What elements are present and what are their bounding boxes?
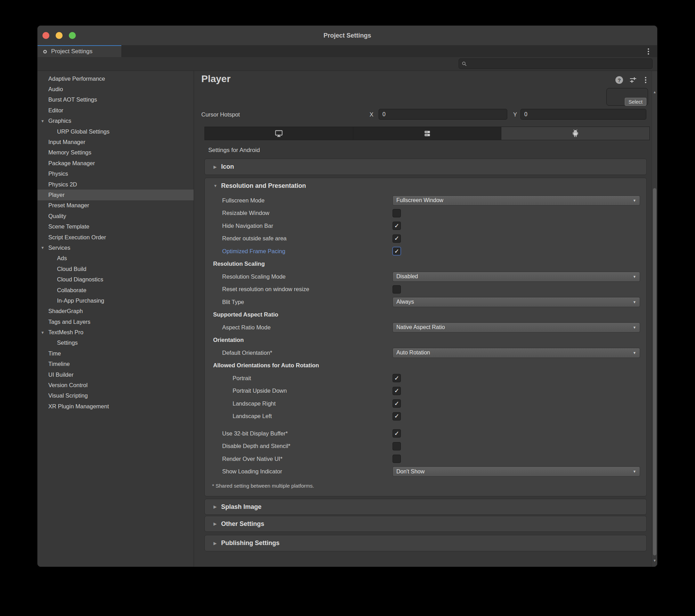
sidebar-item-label: Audio [48, 86, 63, 93]
title-bar[interactable]: Project Settings [38, 26, 657, 45]
search-input[interactable] [469, 61, 649, 67]
splash-section-header[interactable]: ▶ Splash Image [205, 499, 646, 514]
resizable-window-checkbox[interactable] [393, 209, 401, 217]
other-section-header[interactable]: ▶ Other Settings [205, 516, 646, 531]
sidebar-item-version-control[interactable]: Version Control [38, 380, 194, 390]
sidebar-item-label: Player [48, 192, 65, 198]
sidebar-item-settings[interactable]: Settings [38, 338, 194, 348]
sidebar-item-tags-and-layers[interactable]: Tags and Layers [38, 317, 194, 327]
sidebar-item-time[interactable]: Time [38, 348, 194, 359]
hide-navigation-bar-label: Hide Navigation Bar [222, 223, 273, 229]
sidebar-item-editor[interactable]: Editor [38, 105, 194, 115]
aspect-ratio-mode-dropdown[interactable]: Native Aspect Ratio▼ [393, 322, 640, 333]
sidebar-item-physics[interactable]: Physics [38, 169, 194, 179]
icon-section-header[interactable]: ▶ Icon [205, 159, 646, 175]
sidebar-item-player[interactable]: Player [38, 190, 194, 200]
optimized-frame-pacing-checkbox[interactable]: ✓ [393, 247, 401, 255]
show-loading-indicator-dropdown[interactable]: Don't Show▼ [393, 466, 640, 477]
default-orientation-row: Default Orientation*Auto Rotation▼ [205, 346, 646, 359]
sidebar-item-ui-builder[interactable]: UI Builder [38, 369, 194, 380]
search-field[interactable] [459, 58, 653, 69]
sidebar-item-physics-2d[interactable]: Physics 2D [38, 179, 194, 190]
sidebar-item-ads[interactable]: Ads [38, 253, 194, 264]
subsection-label: Allowed Orientations for Auto Rotation [213, 362, 319, 369]
default-orientation-dropdown[interactable]: Auto Rotation▼ [393, 348, 640, 358]
sidebar-item-preset-manager[interactable]: Preset Manager [38, 200, 194, 211]
sidebar-item-xr-plugin-management[interactable]: XR Plugin Management [38, 401, 194, 411]
render-over-native-ui-checkbox[interactable] [393, 455, 401, 463]
cursor-hotspot-y-input[interactable] [520, 109, 646, 120]
sidebar-item-cloud-build[interactable]: Cloud Build [38, 264, 194, 274]
sidebar-item-graphics[interactable]: ▼Graphics [38, 116, 194, 126]
sidebar-item-visual-scripting[interactable]: Visual Scripting [38, 391, 194, 401]
render-outside-safe-area-row: Render outside safe area✓ [205, 232, 646, 245]
reset-resolution-on-window-resize-checkbox[interactable] [393, 285, 401, 294]
sidebar-item-shadergraph[interactable]: ShaderGraph [38, 306, 194, 317]
cursor-hotspot-x-input[interactable] [379, 109, 507, 120]
resolution-scaling-mode-dropdown[interactable]: Disabled▼ [393, 272, 640, 282]
render-over-native-ui-row: Render Over Native UI* [205, 453, 646, 465]
subsection-label: Orientation [213, 337, 244, 343]
sidebar-item-adaptive-performance[interactable]: Adaptive Performance [38, 73, 194, 84]
use-32-bit-display-buffer-checkbox[interactable]: ✓ [393, 429, 401, 438]
android-icon [571, 129, 580, 138]
sidebar-item-burst-aot-settings[interactable]: Burst AOT Settings [38, 95, 194, 105]
sidebar-item-scene-template[interactable]: Scene Template [38, 221, 194, 232]
sidebar-item-script-execution-order[interactable]: Script Execution Order [38, 232, 194, 242]
portrait-upside-down-label: Portrait Upside Down [233, 387, 287, 394]
splash-image-section: ▶ Splash Image [204, 499, 647, 515]
landscape-right-label: Landscape Right [233, 400, 276, 407]
sidebar-item-in-app-purchasing[interactable]: In-App Purchasing [38, 295, 194, 306]
blit-type-dropdown[interactable]: Always▼ [393, 297, 640, 307]
publishing-section-header[interactable]: ▶ Publishing Settings [205, 535, 646, 551]
platform-tab-desktop[interactable] [205, 127, 353, 140]
scroll-down-icon[interactable]: ▼ [652, 559, 657, 562]
sidebar-item-collaborate[interactable]: Collaborate [38, 285, 194, 295]
hide-navigation-bar-checkbox[interactable]: ✓ [393, 222, 401, 230]
scroll-up-icon[interactable]: ▲ [652, 90, 657, 94]
vertical-scrollbar[interactable]: ▲ ▼ [652, 71, 657, 567]
sidebar-item-services[interactable]: ▼Services [38, 242, 194, 253]
scrollbar-thumb[interactable] [653, 188, 656, 555]
disable-depth-and-stencil-checkbox[interactable] [393, 442, 401, 450]
panel-menu-kebab-icon[interactable] [643, 76, 648, 84]
chevron-right-icon: ▶ [213, 165, 219, 169]
settings-toolbar [38, 57, 657, 71]
sidebar-item-package-manager[interactable]: Package Manager [38, 158, 194, 168]
chevron-down-icon[interactable]: ▼ [41, 246, 45, 250]
landscape-right-checkbox[interactable]: ✓ [393, 399, 401, 408]
render-outside-safe-area-checkbox[interactable]: ✓ [393, 234, 401, 243]
sidebar-item-urp-global-settings[interactable]: URP Global Settings [38, 126, 194, 137]
sidebar-item-input-manager[interactable]: Input Manager [38, 137, 194, 147]
portrait-checkbox[interactable]: ✓ [393, 374, 401, 382]
optimized-frame-pacing-label[interactable]: Optimized Frame Pacing [222, 248, 285, 255]
tab-bar-menu-kebab-icon[interactable] [645, 48, 652, 55]
chevron-down-icon[interactable]: ▼ [41, 119, 45, 123]
sidebar-item-label: Cloud Build [57, 266, 86, 272]
chevron-down-icon: ▼ [633, 351, 636, 355]
select-button[interactable]: Select [625, 98, 646, 106]
sidebar-item-label: Services [48, 245, 70, 251]
landscape-left-checkbox[interactable]: ✓ [393, 412, 401, 421]
sidebar-item-memory-settings[interactable]: Memory Settings [38, 147, 194, 158]
chevron-down-icon[interactable]: ▼ [41, 330, 45, 335]
allowed-orientations-for-auto-rotation-row: Allowed Orientations for Auto Rotation [205, 359, 646, 372]
sidebar-item-timeline[interactable]: Timeline [38, 359, 194, 369]
sidebar-item-cloud-diagnostics[interactable]: Cloud Diagnostics [38, 274, 194, 285]
help-icon[interactable]: ? [615, 76, 623, 84]
sidebar-item-audio[interactable]: Audio [38, 84, 194, 94]
sidebar-item-label: Cloud Diagnostics [57, 276, 103, 283]
portrait-upside-down-checkbox[interactable]: ✓ [393, 387, 401, 395]
platform-tab-android[interactable] [501, 127, 649, 140]
platform-tab-bar [204, 127, 650, 140]
platform-tab-server[interactable] [353, 127, 502, 140]
other-settings-section: ▶ Other Settings [204, 516, 647, 532]
sidebar-item-textmesh-pro[interactable]: ▼TextMesh Pro [38, 327, 194, 337]
fullscreen-mode-row: Fullscreen ModeFullscreen Window▼ [205, 194, 646, 207]
sidebar-item-label: In-App Purchasing [57, 297, 104, 304]
fullscreen-mode-dropdown[interactable]: Fullscreen Window▼ [393, 195, 640, 206]
tab-project-settings[interactable]: Project Settings [38, 45, 121, 57]
presets-icon[interactable] [629, 76, 637, 84]
resolution-section-header[interactable]: ▼ Resolution and Presentation [205, 178, 646, 193]
sidebar-item-quality[interactable]: Quality [38, 211, 194, 221]
